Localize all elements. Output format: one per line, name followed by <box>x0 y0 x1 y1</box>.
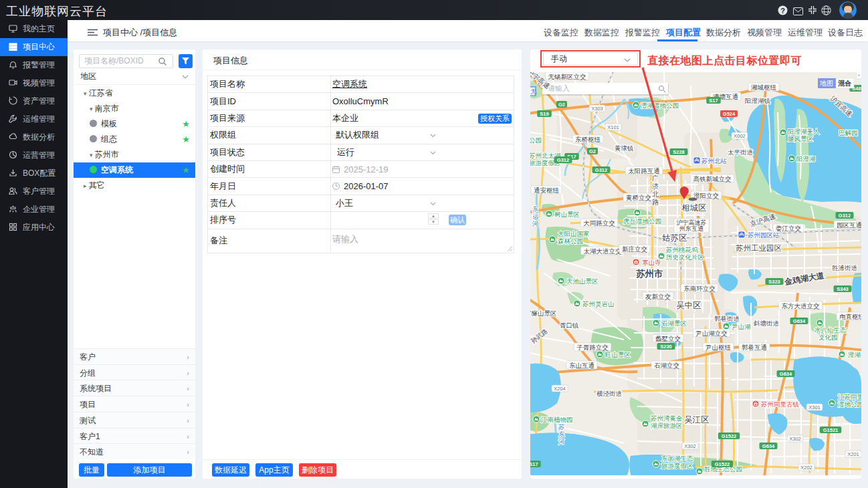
svg-text:公园: 公园 <box>530 136 542 144</box>
svg-text:苏州市: 苏州市 <box>636 269 663 279</box>
svg-text:穹窿山景区: 穹窿山景区 <box>530 310 557 317</box>
svg-text:巴解园: 巴解园 <box>839 129 858 136</box>
svg-text:运: 运 <box>532 213 539 220</box>
svg-text:苏州北站: 苏州北站 <box>701 157 727 164</box>
svg-text:郭巷街道: 郭巷街道 <box>714 315 740 322</box>
svg-text:旅游度假区: 旅游度假区 <box>661 462 693 469</box>
svg-text:石湖立交: 石湖立交 <box>654 362 679 369</box>
svg-text:东南环立交: 东南环立交 <box>683 285 716 292</box>
svg-text:东山互通: 东山互通 <box>569 362 594 369</box>
svg-text:子胥路立交: 子胥路立交 <box>576 344 609 351</box>
svg-text:吴中区: 吴中区 <box>676 301 701 310</box>
svg-text:阳澄湖: 阳澄湖 <box>796 155 816 162</box>
svg-text:S228: S228 <box>673 149 685 155</box>
svg-text:斜塘街道: 斜塘街道 <box>753 320 780 327</box>
svg-text:苏州园区站: 苏州园区站 <box>747 231 780 239</box>
svg-text:东方大道立交: 东方大道立交 <box>782 302 820 310</box>
svg-text:园区互通: 园区互通 <box>837 221 861 229</box>
svg-text:澄阳立交: 澄阳立交 <box>693 192 719 199</box>
svg-text:阳澄湖镇: 阳澄湖镇 <box>745 97 770 104</box>
svg-text:S323: S323 <box>768 279 780 285</box>
svg-text:X302: X302 <box>789 436 801 442</box>
svg-text:请输入: 请输入 <box>548 84 570 92</box>
svg-text:苏州灵岩山: 苏州灵岩山 <box>582 300 615 308</box>
svg-text:G634: G634 <box>780 371 792 377</box>
svg-text:腿风景区: 腿风景区 <box>788 135 813 142</box>
svg-text:混合: 混合 <box>837 80 852 87</box>
svg-text:横泾街道: 横泾街道 <box>596 390 623 397</box>
svg-text:X101: X101 <box>607 124 619 130</box>
svg-text:尹山湖立交: 尹山湖立交 <box>695 330 728 337</box>
svg-text:G312: G312 <box>595 167 607 173</box>
svg-text:森林公园: 森林公园 <box>558 237 583 245</box>
svg-text:旺山景区: 旺山景区 <box>605 351 631 358</box>
svg-text:G634: G634 <box>793 318 806 324</box>
svg-text:友新立交: 友新立交 <box>645 293 671 300</box>
svg-text:S17: S17 <box>530 461 538 467</box>
svg-text:黄埭镇: 黄埭镇 <box>615 144 634 152</box>
svg-text:吴江区: 吴江区 <box>684 415 710 424</box>
svg-text:X303: X303 <box>591 106 603 112</box>
svg-text:S17: S17 <box>709 98 718 104</box>
svg-text:姑苏区: 姑苏区 <box>661 233 687 243</box>
svg-text:郭巷互通: 郭巷互通 <box>742 344 767 351</box>
svg-text:漕湖湿地公园: 漕湖湿地公园 <box>641 102 679 109</box>
svg-text:济: 济 <box>652 182 659 190</box>
svg-text:G524: G524 <box>723 111 736 117</box>
svg-text:?: ? <box>780 7 785 15</box>
svg-text:尹山湖: 尹山湖 <box>732 323 751 330</box>
svg-text:无: 无 <box>530 88 537 95</box>
svg-text:路: 路 <box>652 199 659 206</box>
svg-text:湖岸旅游区: 湖岸旅游区 <box>651 422 683 429</box>
svg-text:G312: G312 <box>557 157 569 163</box>
svg-text:G1521: G1521 <box>823 427 839 433</box>
svg-text:X204: X204 <box>554 386 566 392</box>
svg-text:河: 河 <box>558 438 565 445</box>
svg-text:天池山景区: 天池山景区 <box>566 277 599 285</box>
svg-text:太湖大道立交: 太湖大道立交 <box>584 247 622 255</box>
svg-text:东太湖生态: 东太湖生态 <box>661 455 693 462</box>
svg-text:虎丘湿地公园: 虎丘湿地公园 <box>623 217 661 225</box>
svg-text:澄湖: 澄湖 <box>848 351 861 358</box>
svg-text:新庄立交: 新庄立交 <box>622 245 647 253</box>
svg-text:通安枢纽: 通安枢纽 <box>534 187 560 194</box>
svg-text:尹山枢纽: 尹山枢纽 <box>706 344 732 351</box>
svg-text:胥口镇: 胥口镇 <box>560 322 579 329</box>
svg-text:G2: G2 <box>558 102 565 108</box>
svg-text:S19: S19 <box>540 111 548 117</box>
svg-text:地图: 地图 <box>819 80 833 87</box>
svg-text:苏州桃花坞: 苏州桃花坞 <box>665 246 698 253</box>
svg-text:胜浦街道: 胜浦街道 <box>832 264 858 271</box>
svg-text:相城区: 相城区 <box>681 203 707 213</box>
svg-text:X201: X201 <box>847 451 859 457</box>
svg-text:东: 东 <box>558 431 565 438</box>
svg-text:东桥枢纽: 东桥枢纽 <box>575 136 601 143</box>
svg-text:大阳山国家: 大阳山国家 <box>558 230 590 237</box>
svg-text:苏州同里古镇: 苏州同里古镇 <box>760 400 799 408</box>
svg-text:高铁新城立交: 高铁新城立交 <box>693 175 732 182</box>
svg-text:娄江立交: 娄江立交 <box>776 225 801 232</box>
svg-text:G2: G2 <box>589 148 596 154</box>
svg-text:无锡新区立交: 无锡新区立交 <box>548 73 586 80</box>
svg-text:苏州湾黄金: 苏州湾黄金 <box>650 414 683 422</box>
svg-text:苏: 苏 <box>558 423 565 431</box>
svg-text:S230: S230 <box>660 344 672 350</box>
svg-text:G312: G312 <box>839 213 851 219</box>
svg-text:石湖景区: 石湖景区 <box>661 320 687 327</box>
svg-text:北: 北 <box>652 191 659 198</box>
svg-text:湿地公园: 湿地公园 <box>837 400 861 408</box>
svg-text:大同路立交: 大同路立交 <box>583 219 615 227</box>
svg-text:太平街道: 太平街道 <box>728 148 754 156</box>
svg-text:黄桥立交: 黄桥立交 <box>626 194 651 201</box>
svg-text:X301: X301 <box>808 404 821 410</box>
svg-text:江苏同里: 江苏同里 <box>837 393 861 400</box>
svg-text:S343: S343 <box>837 286 849 292</box>
svg-text:G1522: G1522 <box>715 461 730 467</box>
svg-text:苏州工业园区: 苏州工业园区 <box>736 244 782 252</box>
svg-text:历史文化片区: 历史文化片区 <box>666 253 704 261</box>
svg-text:太阳路互通: 太阳路互通 <box>628 167 660 174</box>
svg-text:G1522: G1522 <box>722 433 737 439</box>
svg-text:广: 广 <box>652 174 659 182</box>
svg-text:›: › <box>858 72 860 78</box>
svg-text:阳澄湖美人: 阳澄湖美人 <box>788 128 820 135</box>
